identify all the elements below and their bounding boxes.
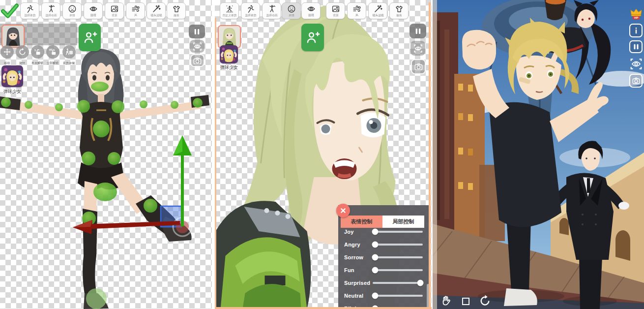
screenshot-button[interactable]	[190, 54, 205, 67]
toolbar-button-label: 镜头滤镜	[372, 14, 383, 16]
toolbar-button-label: 镜头滤镜	[150, 14, 162, 16]
slider-knob-neutral[interactable]	[372, 293, 379, 299]
pose-tool-unlock-all-button[interactable]: All	[46, 45, 59, 59]
posable-character-viewport[interactable]	[0, 0, 212, 309]
hide-ui-button[interactable]	[190, 40, 205, 53]
toolbar-button-animation-select[interactable]: 选择动画	[262, 2, 281, 19]
toolbar-button-wind[interactable]: 风	[347, 2, 366, 19]
slider-knob-fun[interactable]	[372, 267, 379, 274]
toolbar-button-eyes[interactable]: 眼睛	[301, 2, 321, 19]
close-button[interactable]	[336, 204, 350, 217]
slider-track-fun[interactable]	[373, 269, 423, 272]
pose-save-icon	[65, 48, 73, 56]
confirm-pose-button[interactable]	[0, 2, 19, 19]
toolbar-button-label: 背景	[333, 14, 339, 16]
info-icon	[632, 26, 641, 35]
slider-row-neutral: Neutral	[344, 292, 423, 300]
toolbar-button-label: 自定义姿势	[222, 14, 236, 16]
pose-tool-pose-save-button[interactable]	[62, 45, 76, 59]
toolbar-button-label: 选择姿势	[24, 14, 35, 16]
vip-crown-icon: VIP	[630, 7, 643, 20]
toolbar-button-label: 选择姿势	[245, 14, 256, 16]
pause-button[interactable]	[410, 24, 426, 38]
toolbar-button-outfit[interactable]: 服装	[167, 2, 186, 19]
character-slot-selected[interactable]	[1, 25, 25, 48]
svg-text:1: 1	[34, 49, 36, 52]
viewport-border-left	[215, 18, 216, 309]
character-slot-label: 弹球少女	[0, 89, 26, 95]
rotate-icon	[18, 48, 27, 56]
hide-ui-button[interactable]	[410, 41, 425, 56]
toolbar-button-label: 选择动画	[266, 14, 277, 16]
screenshot-button[interactable]	[629, 74, 643, 88]
expression-sliders: JoyAngrySorrowFunSurprisedNeutralBlink	[338, 228, 430, 309]
character-slot-selected[interactable]	[218, 25, 241, 48]
pose-tool-label: 姿势存储	[62, 61, 76, 65]
animation-select-icon	[267, 4, 277, 13]
toolbar-button-label: 表情	[289, 14, 294, 16]
slider-track-surprised[interactable]	[373, 282, 423, 284]
slider-label: Joy	[344, 229, 373, 235]
pose-tool-label: 移动	[0, 61, 14, 65]
toolbar-button-outfit[interactable]: 服装	[389, 2, 409, 19]
toolbar-button-eyes[interactable]: 眼睛	[84, 2, 103, 19]
character-slot-library[interactable]	[1, 65, 23, 87]
pose-tool-move-button[interactable]	[0, 45, 14, 59]
reset-rotation-button[interactable]	[479, 294, 491, 307]
slider-knob-joy[interactable]	[372, 229, 379, 235]
tab-表情控制[interactable]: 表情控制	[341, 216, 382, 228]
toolbar-button-expression[interactable]: 表情	[282, 2, 301, 19]
expression-panel-tabs: 表情控制局部控制	[341, 216, 424, 228]
scene-viewport[interactable]	[433, 0, 644, 309]
slider-label: Fun	[344, 267, 373, 273]
toolbar-button-background[interactable]: 背景	[105, 2, 124, 19]
slider-knob-angry[interactable]	[372, 242, 379, 248]
add-character-button[interactable]	[79, 24, 101, 51]
toolbar-button-expression[interactable]: 表情	[62, 2, 82, 19]
check-icon	[1, 3, 19, 18]
close-icon	[339, 207, 347, 215]
pause-button[interactable]	[629, 40, 643, 53]
character-slot-library[interactable]	[220, 45, 238, 63]
slider-label: Neutral	[344, 293, 373, 299]
toolbar-button-label: 选择动画	[45, 14, 57, 16]
toolbar-button-pose-select[interactable]: 选择姿势	[20, 2, 39, 19]
add-character-button[interactable]	[301, 24, 324, 51]
lens-filter-icon	[151, 4, 161, 13]
slider-label: Sorrow	[344, 254, 373, 260]
frame-icon	[461, 296, 471, 307]
toolbar-button-animation-select[interactable]: 选择动画	[41, 2, 60, 19]
slider-knob-sorrow[interactable]	[372, 254, 379, 261]
slider-track-joy[interactable]	[373, 231, 423, 233]
slider-label: Angry	[344, 242, 373, 247]
ankle-joint-marker[interactable]	[86, 288, 107, 309]
hide-ui-button[interactable]	[628, 56, 644, 71]
info-button[interactable]	[629, 24, 643, 37]
slider-row-angry: Angry	[344, 241, 423, 248]
toolbar-button-pose-select[interactable]: 选择姿势	[241, 2, 260, 19]
pause-button[interactable]	[189, 25, 205, 38]
slider-track-sorrow[interactable]	[373, 256, 423, 259]
pose-select-icon	[246, 4, 256, 13]
background-icon	[110, 4, 119, 13]
slider-track-neutral[interactable]	[373, 295, 423, 297]
toolbar-button-background[interactable]: 背景	[326, 2, 345, 19]
frame-button[interactable]	[461, 296, 471, 307]
screenshot-button[interactable]	[411, 59, 426, 74]
hand-pan-button[interactable]	[439, 294, 452, 307]
pose-tool-unlock-single-button[interactable]: 1	[31, 45, 44, 59]
toolbar-button-label: 服装	[174, 14, 179, 16]
pose-tool-rotate-button[interactable]	[16, 45, 29, 59]
expression-editor-panel: 自定义姿势选择姿势选择动画表情眼睛背景风镜头滤镜服装	[215, 0, 432, 309]
toolbar-button-label: 风	[134, 14, 137, 16]
slider-track-angry[interactable]	[373, 244, 423, 246]
toolbar-button-lens-filter[interactable]: 镜头滤镜	[146, 2, 166, 19]
vip-crown-button[interactable]: VIP	[629, 6, 643, 21]
toolbar-button-custom-pose[interactable]: 自定义姿势	[220, 2, 239, 19]
reset-rotation-icon	[479, 294, 491, 307]
toolbar-button-wind[interactable]: 风	[126, 2, 145, 19]
slider-knob-surprised[interactable]	[417, 280, 423, 286]
tab-局部控制[interactable]: 局部控制	[382, 216, 424, 228]
toolbar-button-label: 眼睛	[90, 14, 96, 16]
toolbar-button-lens-filter[interactable]: 镜头滤镜	[368, 2, 387, 19]
